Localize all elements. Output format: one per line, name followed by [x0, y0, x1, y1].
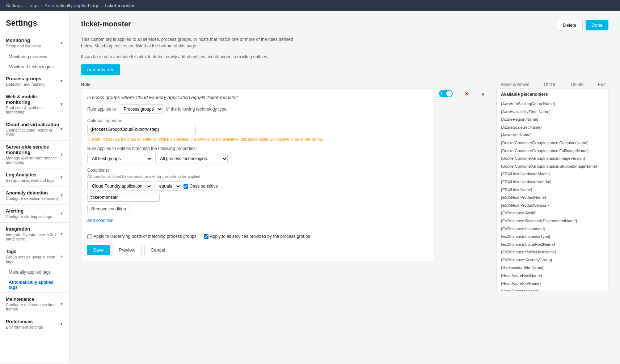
apply-underlying-label: Apply to underlying hosts of matching pr…	[93, 234, 197, 239]
sidebar-preferences-title: Preferences	[6, 319, 60, 324]
placeholder-item: {DockerContainerGroupInstance:ImageVersi…	[497, 155, 608, 163]
case-sensitive-checkbox[interactable]	[184, 184, 188, 189]
sidebar-section-monitoring-header[interactable]: Monitoring Setup and overview ▲	[0, 34, 69, 52]
sidebar-section-preferences-header[interactable]: Preferences Environment settings ▼	[0, 315, 69, 333]
rule-controls: 1 ✕ ▲	[437, 89, 488, 97]
placeholder-item: {ESXiHost:ProductVersion}	[497, 202, 608, 210]
cancel-button[interactable]: Cancel	[144, 245, 171, 255]
sidebar-section-integration-header[interactable]: Integration Integrate Dynatrace with 3rd…	[0, 223, 69, 245]
sidebar-item-monitoring-overview[interactable]: Monitoring overview	[0, 52, 69, 62]
description-text-2: It can take up to a minute for rules to …	[81, 53, 298, 60]
case-sensitive-row: Case sensitive	[184, 184, 218, 189]
breadcrumb-settings[interactable]: Settings	[6, 3, 23, 8]
of-following-label: of the following technology type	[166, 107, 226, 112]
tag-value-input[interactable]	[87, 125, 196, 134]
rule-applies-row: Rule applies to Process groups of the fo…	[87, 104, 428, 114]
preview-button[interactable]: Preview	[113, 245, 142, 255]
placeholder-item: {Host:DetectedName}	[497, 287, 608, 291]
sidebar-log-analytics-title: Log Analytics	[6, 172, 60, 177]
sidebar: Settings Monitoring Setup and overview ▲…	[0, 11, 69, 363]
sidebar-process-groups-subtitle: Detection and naming	[6, 82, 60, 86]
sidebar-section-log-analytics-header[interactable]: Log Analytics Set up management of logs …	[0, 168, 69, 186]
checkbox-options: Apply to underlying hosts of matching pr…	[87, 234, 428, 239]
apply-services-row: Apply to all services provided by the pr…	[204, 234, 310, 239]
placeholder-item: {AzureVm:Name}	[497, 131, 608, 139]
delete-button[interactable]: Delete	[557, 20, 583, 30]
rule-applies-label: Rule applies to	[87, 107, 116, 112]
rule-delete-icon[interactable]: ✕	[464, 90, 469, 97]
rule-applies-to-select[interactable]: Process groups	[119, 104, 163, 114]
condition-row: Cloud Foundry application equals Case se…	[87, 181, 428, 191]
add-new-rule-button[interactable]: Add new rule	[81, 64, 120, 75]
sidebar-section-cloud-header[interactable]: Cloud and virtualization Connect vCenter…	[0, 118, 69, 140]
sidebar-server-side-subtitle: Manage & customize service monitoring	[6, 156, 60, 164]
sidebar-section-tags: Tags Group entities using custom tags ▲ …	[0, 245, 69, 292]
placeholder-item: {Host:AzureHostName}	[497, 272, 608, 280]
sidebar-tags-subtitle: Group entities using custom tags	[6, 255, 60, 264]
breadcrumb-auto-tags[interactable]: Automatically applied tags	[45, 3, 99, 8]
chevron-cloud: ▼	[60, 127, 63, 131]
chevron-integration: ▼	[60, 232, 63, 236]
sidebar-anomaly-title: Anomaly detection	[6, 190, 60, 196]
case-sensitive-label: Case sensitive	[190, 184, 218, 189]
edit-column-header: Edit	[598, 82, 606, 87]
placeholder-item: {ESXiHost:HardwareModel}	[497, 170, 608, 178]
sidebar-preferences-subtitle: Environment settings	[6, 325, 60, 329]
rule-column-header: Rule	[81, 82, 90, 87]
rule-collapse-icon[interactable]: ▲	[481, 91, 486, 97]
chevron-alerting: ▼	[60, 211, 63, 215]
host-groups-select[interactable]: All host groups	[87, 154, 152, 163]
sidebar-section-process-groups-header[interactable]: Process groups Detection and naming ▼	[0, 72, 69, 90]
placeholder-item: {Ec2Instance:InstanceId}	[497, 225, 608, 233]
rule-section: Process groups where Cloud Foundry appli…	[81, 89, 434, 261]
sidebar-section-preferences: Preferences Environment settings ▼	[0, 315, 69, 333]
tag-value-label: Optional tag value	[87, 118, 428, 123]
sidebar-section-monitoring: Monitoring Setup and overview ▲ Monitori…	[0, 34, 69, 72]
sidebar-log-analytics-subtitle: Set up management of logs	[6, 178, 60, 183]
warning-text: ⚠ Note: If this rule matches an entity f…	[87, 137, 428, 142]
sidebar-item-monitored-tech[interactable]: Monitored technologies	[0, 62, 69, 72]
save-button[interactable]: Save	[87, 245, 110, 255]
filter-row: All host groups All process technologies	[87, 154, 428, 163]
apply-services-checkbox[interactable]	[204, 234, 208, 239]
placeholder-item: {DockerContainerGroupInstance:ContainerN…	[497, 139, 608, 147]
main-content: ticket-monster Delete Done This custom t…	[69, 11, 620, 363]
sidebar-item-manually-applied-tags[interactable]: Manually applied tags	[0, 267, 69, 277]
tag-value-section: Optional tag value	[87, 118, 428, 134]
breadcrumb-tags[interactable]: Tags	[29, 3, 38, 8]
page-title: ticket-monster	[81, 20, 131, 28]
sidebar-section-anomaly: Anomaly detection Configure detection se…	[0, 186, 69, 204]
remove-condition-button[interactable]: Remove condition	[87, 205, 130, 213]
sidebar-item-auto-applied-tags[interactable]: Automatically applied tags	[0, 277, 69, 292]
placeholder-item: {Ec2Instance:InstanceType}	[497, 233, 608, 241]
placeholder-item: {ESXiHost:HardwareVendor}	[497, 178, 608, 186]
sidebar-section-tags-header[interactable]: Tags Group entities using custom tags ▲	[0, 245, 69, 267]
placeholder-item: {DockerContainerGroupInstance:FullImageN…	[497, 147, 608, 155]
sidebar-section-maintenance-header[interactable]: Maintenance Configure maintenance time f…	[0, 293, 69, 315]
placeholder-item: {GeolocationSite:Name}	[497, 264, 608, 272]
sidebar-section-server-side-header[interactable]: Server-side service monitoring Manage & …	[0, 141, 69, 168]
placeholder-item: {Ec2Instance:BeanstalkEnvironmentName}	[497, 217, 608, 225]
delete-column-header: Delete	[571, 82, 584, 87]
condition-type-select[interactable]: Cloud Foundry application	[87, 181, 152, 191]
sidebar-section-server-side: Server-side service monitoring Manage & …	[0, 140, 69, 168]
sidebar-integration-subtitle: Integrate Dynatrace with 3rd party syste…	[6, 232, 60, 241]
chevron-preferences: ▼	[60, 322, 63, 326]
rule-toggle[interactable]: 1	[439, 90, 453, 97]
condition-value-input[interactable]	[87, 193, 160, 202]
done-button[interactable]: Done	[586, 20, 608, 30]
page-header: ticket-monster Delete Done	[81, 20, 608, 30]
placeholders-panel: Available placeholders {AwsAutoScalingGr…	[496, 89, 608, 291]
sidebar-section-anomaly-header[interactable]: Anomaly detection Configure detection se…	[0, 187, 69, 204]
sidebar-section-alerting-header[interactable]: Alerting Configure alerting settings ▼	[0, 205, 69, 222]
condition-operator-select[interactable]: equals	[155, 181, 181, 191]
placeholder-item: {ESXiHost:Name}	[497, 186, 608, 194]
placeholder-item: {Ec2Instance:PublicHostName}	[497, 248, 608, 256]
sidebar-section-web-mobile-header[interactable]: Web & mobile monitoring Real user & synt…	[0, 90, 69, 118]
chevron-anomaly: ▼	[60, 193, 63, 197]
conditions-label: Conditions:	[87, 168, 428, 173]
apply-underlying-checkbox[interactable]	[87, 234, 92, 239]
sidebar-section-maintenance: Maintenance Configure maintenance time f…	[0, 292, 69, 315]
add-condition-link[interactable]: Add condition	[87, 218, 114, 223]
process-tech-select[interactable]: All process technologies	[155, 154, 228, 163]
